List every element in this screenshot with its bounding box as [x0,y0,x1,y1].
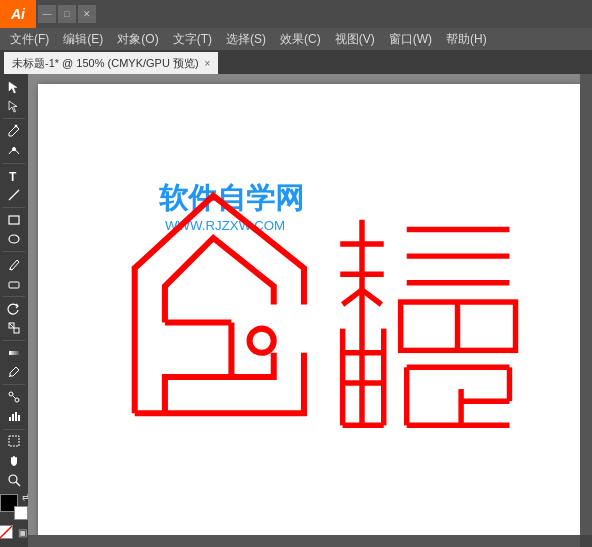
default-colors-icon[interactable]: ▣ [15,525,29,539]
zoom-tool[interactable] [2,471,26,489]
svg-rect-7 [9,282,19,288]
svg-point-13 [9,392,13,396]
menu-bar: 文件(F) 编辑(E) 对象(O) 文字(T) 选择(S) 效果(C) 视图(V… [0,28,592,50]
tab-close-button[interactable]: × [205,58,211,69]
scrollbar-corner [580,535,592,547]
line-tool[interactable] [2,186,26,204]
direct-selection-tool[interactable] [2,97,26,115]
separator-3 [3,207,25,208]
canvas-surface: 软件自学网 WWW.RJZXW.COM [38,84,582,537]
color-section: ⇄ ▣ [0,490,29,547]
canvas-area: 软件自学网 WWW.RJZXW.COM [28,74,592,547]
pencil-tool[interactable] [2,255,26,273]
eraser-tool[interactable] [2,274,26,292]
scale-tool[interactable] [2,319,26,337]
svg-rect-17 [12,414,14,421]
menu-view[interactable]: 视图(V) [329,29,381,50]
horizontal-scrollbar[interactable] [28,535,580,547]
eyedropper-tool[interactable] [2,363,26,381]
svg-line-12 [9,375,11,377]
artboard-tool[interactable] [2,432,26,450]
ellipse-tool[interactable] [2,230,26,248]
svg-point-14 [15,398,19,402]
svg-line-3 [9,190,19,200]
svg-line-22 [16,482,20,486]
maximize-button[interactable]: □ [58,5,76,23]
no-fill-icon[interactable] [0,525,13,539]
main-layout: T [0,74,592,547]
svg-rect-11 [9,351,19,355]
separator-2 [3,163,25,164]
svg-rect-18 [15,412,17,421]
menu-object[interactable]: 对象(O) [111,29,164,50]
separator-4 [3,251,25,252]
separator-6 [3,340,25,341]
type-tool[interactable]: T [2,167,26,185]
svg-point-21 [9,475,17,483]
svg-point-1 [13,147,16,150]
menu-file[interactable]: 文件(F) [4,29,55,50]
pen-tool[interactable] [2,122,26,140]
title-bar: Ai — □ ✕ [0,0,592,28]
rotate-tool[interactable] [2,299,26,317]
app-logo: Ai [0,0,36,28]
svg-line-15 [12,396,15,399]
separator-5 [3,296,25,297]
document-tab[interactable]: 未标题-1* @ 150% (CMYK/GPU 预览) × [4,52,218,74]
separator-8 [3,429,25,430]
separator-7 [3,384,25,385]
menu-effect[interactable]: 效果(C) [274,29,327,50]
svg-line-23 [0,526,12,538]
svg-rect-19 [18,415,20,421]
svg-point-26 [250,329,274,353]
curvature-tool[interactable] [2,142,26,160]
svg-rect-16 [9,417,11,421]
stroke-color[interactable] [14,506,28,520]
hand-tool[interactable] [2,452,26,470]
separator-1 [3,118,25,119]
minimize-button[interactable]: — [38,5,56,23]
rectangle-tool[interactable] [2,211,26,229]
window-controls: — □ ✕ [38,5,96,23]
menu-edit[interactable]: 编辑(E) [57,29,109,50]
close-button[interactable]: ✕ [78,5,96,23]
menu-type[interactable]: 文字(T) [167,29,218,50]
blend-tool[interactable] [2,388,26,406]
selection-tool[interactable] [2,78,26,96]
color-swatches[interactable]: ⇄ [0,494,28,520]
menu-select[interactable]: 选择(S) [220,29,272,50]
gradient-tool[interactable] [2,344,26,362]
vertical-scrollbar[interactable] [580,74,592,535]
menu-window[interactable]: 窗口(W) [383,29,438,50]
svg-line-31 [362,290,381,305]
svg-rect-4 [9,216,19,224]
tab-bar: 未标题-1* @ 150% (CMYK/GPU 预览) × [0,50,592,74]
svg-text:T: T [9,170,17,183]
svg-rect-9 [14,328,19,333]
left-toolbar: T [0,74,28,547]
svg-line-30 [343,290,362,305]
column-graph-tool[interactable] [2,407,26,425]
tab-label: 未标题-1* @ 150% (CMYK/GPU 预览) [12,56,199,71]
svg-point-5 [9,235,19,243]
artwork: 软件自学网 WWW.RJZXW.COM [38,84,582,537]
svg-rect-20 [9,436,19,446]
menu-help[interactable]: 帮助(H) [440,29,493,50]
svg-line-10 [9,323,14,328]
svg-point-0 [15,125,17,127]
